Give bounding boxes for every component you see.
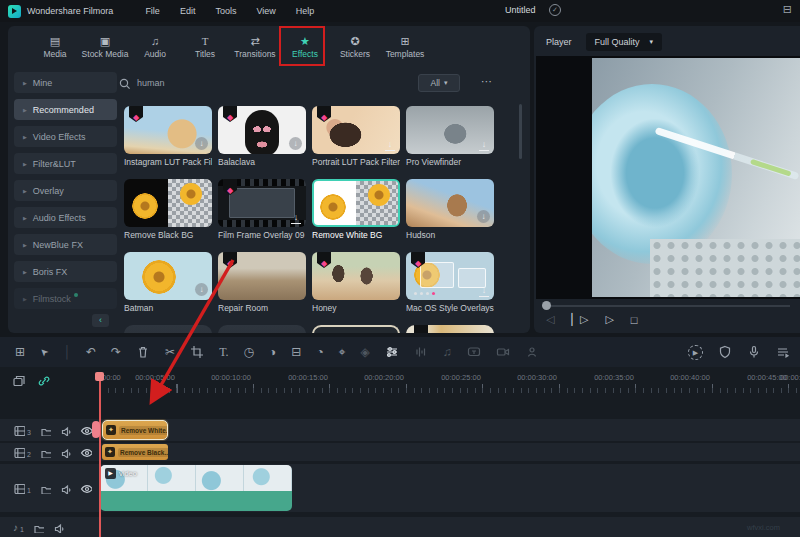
effect-card-repair-room[interactable]: ◆ Repair Room	[218, 252, 306, 315]
playhead-knob[interactable]	[542, 301, 551, 310]
hide-track-icon[interactable]	[80, 424, 92, 436]
voiceover-mic-icon[interactable]	[747, 345, 761, 359]
effect-card-partial[interactable]	[312, 325, 400, 333]
effect-thumbnail[interactable]: ◆ ↓	[218, 106, 306, 154]
previous-frame-button[interactable]: ◁	[546, 313, 554, 326]
split-scissors-icon[interactable]: ✂	[165, 345, 175, 359]
sidebar-item-overlay[interactable]: ▶Overlay	[14, 180, 117, 201]
mute-track-icon[interactable]	[60, 483, 71, 494]
next-frame-button[interactable]: ▏▷	[571, 313, 588, 326]
freeze-frame-icon[interactable]: ◔	[316, 345, 323, 359]
manage-tracks-icon[interactable]	[12, 374, 25, 387]
marker-shield-icon[interactable]	[718, 345, 732, 359]
sidebar-item-recommended[interactable]: ▶Recommended	[14, 99, 117, 120]
effect-thumbnail[interactable]: ◆ ↓	[312, 106, 400, 154]
quality-dropdown[interactable]: Full Quality ▾	[586, 33, 663, 51]
lock-track-icon[interactable]	[40, 447, 51, 458]
undo-icon[interactable]: ↶	[86, 345, 96, 359]
effect-thumbnail[interactable]: ↓	[124, 252, 212, 300]
effect-card-macos-overlays[interactable]: ◆ ↓ Mac OS Style Overlays...	[406, 252, 494, 315]
search-bar[interactable]: human All ▾ ⋯	[118, 70, 522, 96]
color-palette-icon[interactable]: ◑	[269, 345, 276, 359]
effect-card-portrait-lut[interactable]: ◆ ↓ Portrait LUT Pack Filter...	[312, 106, 400, 169]
speech-to-text-icon[interactable]	[467, 345, 481, 359]
speed-icon[interactable]: ◷	[244, 345, 254, 359]
tab-transitions[interactable]: ⇄Transitions	[230, 26, 280, 68]
download-icon[interactable]: ↓	[479, 139, 489, 151]
download-icon[interactable]: ↓	[195, 137, 208, 150]
effect-thumbnail[interactable]: ◆ ↓	[406, 252, 494, 300]
effect-card-honey[interactable]: ◆ Honey	[312, 252, 400, 315]
export-list-icon[interactable]	[776, 345, 790, 359]
mask-icon[interactable]: ⊟	[291, 345, 301, 359]
sidebar-item-filter-lut[interactable]: ▶Filter&LUT	[14, 153, 117, 174]
menu-edit[interactable]: Edit	[170, 6, 206, 16]
tab-audio[interactable]: ♫Audio	[130, 26, 180, 68]
menu-help[interactable]: Help	[286, 6, 325, 16]
playback-progress-bar[interactable]	[546, 305, 790, 307]
mute-track-icon[interactable]	[60, 447, 71, 458]
mute-track-icon[interactable]	[53, 522, 64, 533]
search-input[interactable]: human	[137, 78, 165, 88]
camera-reframe-icon[interactable]	[496, 345, 510, 359]
sidebar-item-audio-effects[interactable]: ▶Audio Effects	[14, 207, 117, 228]
effect-thumbnail[interactable]: ◆	[312, 252, 400, 300]
play-button[interactable]: ▷	[605, 313, 613, 326]
sidebar-item-video-effects[interactable]: ▶Video Effects	[14, 126, 117, 147]
portrait-icon[interactable]	[525, 345, 539, 359]
effects-scrollbar[interactable]	[519, 104, 522, 159]
download-icon[interactable]: ↓	[289, 137, 302, 150]
filter-dropdown[interactable]: All ▾	[418, 74, 460, 92]
lock-track-icon[interactable]	[40, 483, 51, 494]
download-icon[interactable]: ↓	[385, 139, 395, 151]
effect-thumbnail[interactable]: ◆	[218, 252, 306, 300]
lock-track-icon[interactable]	[33, 522, 44, 533]
effect-card-instagram-lut[interactable]: ◆ ↓ Instagram LUT Pack Fil...	[124, 106, 212, 169]
effect-card-remove-black-bg[interactable]: Remove Black BG	[124, 179, 212, 242]
menu-tools[interactable]: Tools	[205, 6, 246, 16]
redo-icon[interactable]: ↷	[111, 345, 121, 359]
auto-ripple-link-icon[interactable]	[37, 374, 50, 387]
render-preview-icon[interactable]: ▶	[688, 345, 703, 360]
lock-track-icon[interactable]	[40, 425, 51, 436]
clip-remove-white[interactable]: ✦ Remove White...	[102, 420, 168, 440]
chroma-key-icon[interactable]: ◈	[360, 345, 369, 359]
sidebar-item-filmstock[interactable]: ▶Filmstock	[14, 288, 117, 309]
effect-card-film-frame-overlay[interactable]: ◆ ↓ Film Frame Overlay 09	[218, 179, 306, 242]
effect-card-remove-white-bg[interactable]: Remove White BG	[312, 179, 400, 242]
effect-thumbnail[interactable]: ↓	[406, 106, 494, 154]
effect-thumbnail[interactable]: ◆ ↓	[124, 106, 212, 154]
download-icon[interactable]: ↓	[195, 283, 208, 296]
clip-video[interactable]: ▶ video	[100, 465, 292, 511]
download-icon[interactable]: ↓	[479, 285, 489, 297]
download-icon[interactable]: ↓	[291, 212, 301, 224]
sidebar-item-mine[interactable]: ▶Mine	[14, 72, 117, 93]
motion-tracking-icon[interactable]: ⌖	[339, 345, 346, 359]
effect-card-balaclava[interactable]: ◆ ↓ Balaclava	[218, 106, 306, 169]
audio-music-icon[interactable]: ♫	[443, 345, 452, 359]
timeline-playhead[interactable]	[99, 372, 101, 537]
text-tool-icon[interactable]: T.	[219, 345, 228, 359]
tab-stock-media[interactable]: ▣Stock Media	[80, 26, 130, 68]
effect-card-partial[interactable]: ◆	[406, 325, 494, 333]
time-ruler[interactable]: 00:00 00:00:05:00 00:00:10:00 00:00:15:0…	[0, 372, 800, 394]
menu-file[interactable]: File	[135, 6, 170, 16]
playhead-handle[interactable]	[95, 372, 104, 381]
clip-trim-handle[interactable]	[92, 421, 100, 438]
hide-track-icon[interactable]	[80, 446, 92, 458]
sidebar-item-newblue-fx[interactable]: ▶NewBlue FX	[14, 234, 117, 255]
effect-thumbnail-selected[interactable]	[312, 179, 400, 227]
more-options-button[interactable]: ⋯	[481, 75, 492, 88]
sidebar-collapse-button[interactable]: ‹	[92, 314, 109, 327]
download-icon[interactable]: ↓	[477, 210, 490, 223]
crop-icon[interactable]	[190, 345, 204, 359]
effect-card-partial[interactable]	[218, 325, 306, 333]
effect-thumbnail[interactable]: ↓	[406, 179, 494, 227]
mute-track-icon[interactable]	[60, 425, 71, 436]
clip-remove-black[interactable]: ✦ Remove Black...	[102, 444, 168, 460]
effect-card-pro-viewfinder[interactable]: ↓ Pro Viewfinder	[406, 106, 494, 169]
sidebar-item-boris-fx[interactable]: ▶Boris FX	[14, 261, 117, 282]
effect-card-hudson[interactable]: ↓ Hudson	[406, 179, 494, 242]
layout-mode-icon[interactable]: ⊟	[783, 3, 792, 16]
effect-thumbnail[interactable]: ◆ ↓	[218, 179, 306, 227]
